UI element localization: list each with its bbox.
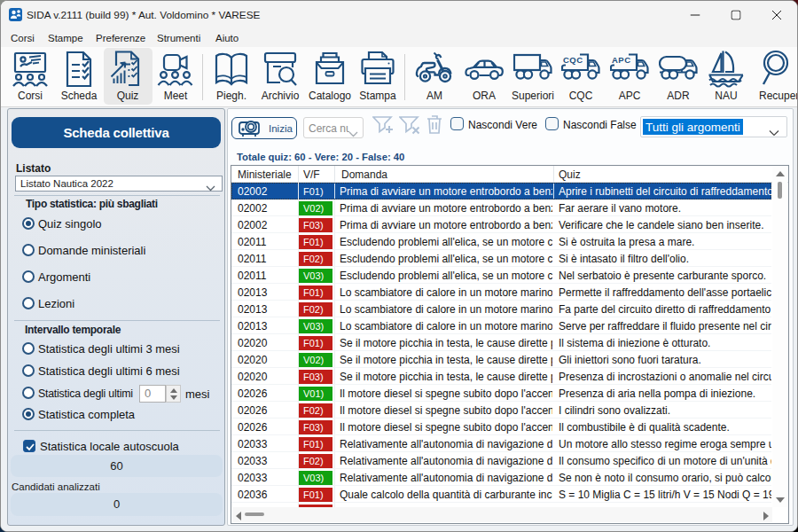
svg-text:APC: APC <box>612 55 631 65</box>
svg-text:CQC: CQC <box>563 55 583 65</box>
